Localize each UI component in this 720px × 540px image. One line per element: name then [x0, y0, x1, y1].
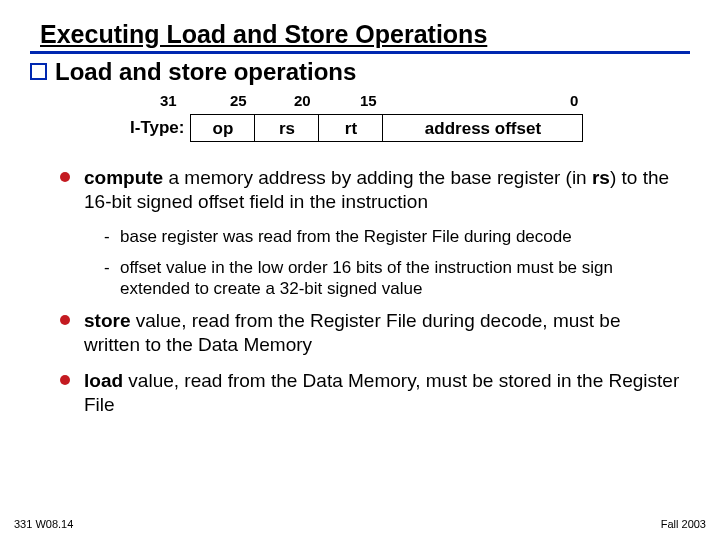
tick-25: 25 [230, 92, 247, 109]
format-label: I-Type: [130, 118, 184, 138]
field-rs: rs [254, 114, 318, 142]
bullet-store: store value, read from the Register File… [60, 309, 680, 357]
bullet-compute-t1: a memory address by adding the base regi… [168, 167, 592, 188]
footer-right: Fall 2003 [661, 518, 706, 530]
bullet-load: load value, read from the Data Memory, m… [60, 369, 680, 417]
tick-31: 31 [160, 92, 177, 109]
body-text: compute a memory address by adding the b… [30, 166, 690, 416]
tick-0: 0 [570, 92, 578, 109]
format-fields: op rs rt address offset [190, 114, 583, 142]
square-bullet-icon [30, 63, 47, 80]
field-rt: rt [318, 114, 382, 142]
bullet-store-lead: store [84, 310, 136, 331]
bullet-load-lead: load [84, 370, 128, 391]
bullet-store-rest: value, read from the Register File durin… [84, 310, 621, 355]
subtitle-text: Load and store operations [55, 58, 356, 86]
bullet-compute: compute a memory address by adding the b… [60, 166, 680, 214]
instruction-format: 31 25 20 15 0 I-Type: op rs rt address o… [130, 92, 590, 142]
slide-title: Executing Load and Store Operations [30, 20, 690, 54]
subtitle-row: Load and store operations [30, 58, 690, 86]
tick-15: 15 [360, 92, 377, 109]
bit-ticks: 31 25 20 15 0 [130, 92, 590, 114]
subbullet-offset-sign-ext: offset value in the low order 16 bits of… [60, 257, 680, 300]
format-row: I-Type: op rs rt address offset [130, 114, 590, 142]
footer-left: 331 W08.14 [14, 518, 73, 530]
field-offset: address offset [382, 114, 582, 142]
slide: Executing Load and Store Operations Load… [0, 0, 720, 540]
bullet-load-rest: value, read from the Data Memory, must b… [84, 370, 679, 415]
bullet-compute-lead: compute [84, 167, 168, 188]
field-op: op [190, 114, 254, 142]
subbullet-base-register: base register was read from the Register… [60, 226, 680, 247]
bullet-compute-rs: rs [592, 167, 610, 188]
tick-20: 20 [294, 92, 311, 109]
